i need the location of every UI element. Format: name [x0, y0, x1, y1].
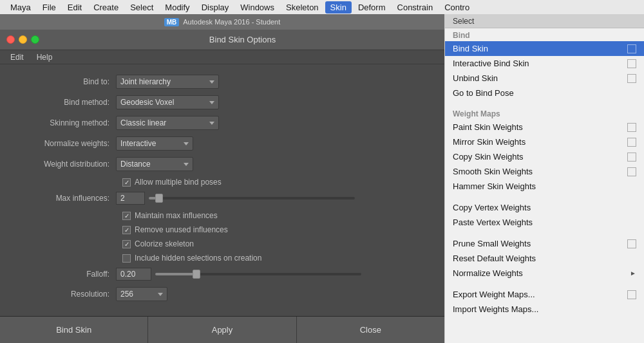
export-weight-maps-label: Export Weight Maps... — [453, 290, 535, 299]
bind-method-dropdown[interactable]: Geodesic Voxel — [116, 95, 219, 109]
weight-distribution-dropdown[interactable]: Distance — [116, 157, 193, 171]
menu-file[interactable]: File — [37, 1, 61, 14]
reset-default-weights-label: Reset Default Weights — [453, 254, 536, 263]
divider-4 — [445, 281, 644, 287]
menu-import-weights-maps[interactable]: Import Weights Maps... — [445, 302, 644, 317]
colorize-skeleton-checkbox[interactable] — [122, 240, 131, 248]
menu-copy-skin-weights[interactable]: Copy Skin Weights — [445, 149, 644, 164]
select-label: Select — [453, 17, 474, 26]
dialog-title: Bind Skin Options — [47, 35, 438, 44]
menu-paste-vertex-weights[interactable]: Paste Vertex Weights — [445, 215, 644, 230]
menu-create[interactable]: Create — [88, 1, 124, 14]
paint-skin-weights-icon — [627, 123, 636, 132]
smooth-skin-weights-label: Smooth Skin Weights — [453, 167, 533, 176]
resolution-dropdown[interactable]: 256 — [116, 287, 167, 301]
menu-unbind-skin[interactable]: Unbind Skin — [445, 71, 644, 86]
falloff-label: Falloff: — [13, 270, 116, 279]
skinning-method-dropdown[interactable]: Classic linear — [116, 116, 219, 130]
menu-paint-skin-weights[interactable]: Paint Skin Weights — [445, 120, 644, 134]
menu-prune-small-weights[interactable]: Prune Small Weights — [445, 236, 644, 251]
smooth-skin-weights-icon — [627, 167, 636, 176]
maximize-window-button[interactable] — [31, 35, 39, 44]
dialog-menu-edit[interactable]: Edit — [5, 51, 29, 63]
menu-bind-skin[interactable]: Bind Skin — [445, 41, 644, 56]
select-bar: Select — [445, 14, 644, 28]
prune-small-weights-icon — [627, 239, 636, 248]
resolution-row: Resolution: 256 — [13, 287, 431, 301]
apply-button[interactable]: Apply — [148, 317, 296, 343]
menu-maya[interactable]: Maya — [5, 1, 36, 14]
skinning-method-arrow-icon — [209, 122, 214, 125]
divider-3 — [445, 230, 644, 236]
minimize-window-button[interactable] — [19, 35, 27, 44]
menu-mirror-skin-weights[interactable]: Mirror Skin Weights — [445, 134, 644, 149]
falloff-slider[interactable] — [155, 273, 361, 275]
max-influences-input[interactable] — [116, 192, 145, 205]
bind-to-dropdown[interactable]: Joint hierarchy — [116, 75, 219, 89]
falloff-input[interactable] — [116, 268, 151, 281]
menu-hammer-skin-weights[interactable]: Hammer Skin Weights — [445, 179, 644, 194]
main-layout: MB Autodesk Maya 2016 - Student Bind Ski… — [0, 14, 644, 343]
menu-skin[interactable]: Skin — [325, 1, 352, 14]
include-hidden-label: Include hidden selections on creation — [135, 254, 261, 263]
allow-multiple-checkbox[interactable] — [122, 178, 131, 187]
normalize-weights-submenu-arrow-icon: ► — [630, 270, 636, 277]
autodesk-titlebar: MB Autodesk Maya 2016 - Student — [0, 14, 444, 30]
menu-export-weight-maps[interactable]: Export Weight Maps... — [445, 287, 644, 302]
bind-to-arrow-icon — [209, 80, 214, 84]
menu-select[interactable]: Select — [125, 1, 158, 14]
remove-unused-checkbox[interactable] — [122, 226, 131, 234]
dialog-menu-help[interactable]: Help — [32, 51, 58, 63]
weight-distribution-arrow-icon — [184, 163, 189, 166]
bind-to-label: Bind to: — [13, 77, 116, 86]
copy-skin-weights-icon — [627, 153, 636, 162]
dialog-content: Bind to: Joint hierarchy Bind method: Ge… — [0, 64, 444, 316]
bind-method-arrow-icon — [209, 101, 214, 104]
normalize-weights-dropdown[interactable]: Interactive — [116, 136, 193, 151]
weight-distribution-value: Distance — [120, 160, 151, 169]
menu-go-to-bind-pose[interactable]: Go to Bind Pose — [445, 86, 644, 100]
hammer-skin-weights-label: Hammer Skin Weights — [453, 181, 536, 191]
divider-2 — [445, 194, 644, 200]
window-controls — [6, 35, 39, 44]
normalize-weights-arrow-icon — [184, 142, 189, 145]
allow-multiple-row: Allow multiple bind poses — [13, 178, 431, 187]
menu-interactive-bind-skin[interactable]: Interactive Bind Skin — [445, 56, 644, 71]
bind-skin-options-dialog: MB Autodesk Maya 2016 - Student Bind Ski… — [0, 14, 444, 343]
resolution-label: Resolution: — [13, 290, 116, 299]
falloff-row: Falloff: — [13, 268, 431, 281]
autodesk-title: Autodesk Maya 2016 - Student — [183, 18, 280, 26]
interactive-bind-skin-label: Interactive Bind Skin — [453, 59, 529, 68]
close-window-button[interactable] — [6, 35, 15, 44]
mirror-skin-weights-icon — [627, 138, 636, 147]
bind-to-value: Joint hierarchy — [120, 77, 171, 86]
menu-normalize-weights[interactable]: Normalize Weights ► — [445, 266, 644, 281]
menu-smooth-skin-weights[interactable]: Smooth Skin Weights — [445, 164, 644, 179]
colorize-skeleton-label: Colorize skeleton — [135, 239, 194, 248]
menu-modify[interactable]: Modify — [160, 1, 194, 14]
skinning-method-control: Classic linear — [116, 116, 219, 130]
include-hidden-checkbox[interactable] — [122, 254, 131, 263]
menu-display[interactable]: Display — [196, 1, 234, 14]
normalize-weights-label: Normalize weights: — [13, 139, 116, 148]
bind-method-row: Bind method: Geodesic Voxel — [13, 95, 431, 109]
prune-small-weights-label: Prune Small Weights — [453, 239, 531, 248]
skinning-method-label: Skinning method: — [13, 118, 116, 127]
menu-skeleton[interactable]: Skeleton — [281, 1, 324, 14]
menu-edit[interactable]: Edit — [62, 1, 87, 14]
weight-distribution-label: Weight distribution: — [13, 160, 116, 169]
maintain-max-checkbox[interactable] — [122, 212, 131, 220]
menu-windows[interactable]: Windows — [235, 1, 279, 14]
bind-skin-button[interactable]: Bind Skin — [0, 317, 148, 343]
normalize-weights-control: Interactive — [116, 136, 193, 151]
menu-reset-default-weights[interactable]: Reset Default Weights — [445, 251, 644, 266]
menu-contro[interactable]: Contro — [439, 1, 475, 14]
max-influences-slider[interactable] — [149, 197, 355, 199]
menu-deform[interactable]: Deform — [353, 1, 391, 14]
menu-copy-vertex-weights[interactable]: Copy Vertex Weights — [445, 200, 644, 215]
resolution-value: 256 — [120, 290, 133, 299]
paste-vertex-weights-label: Paste Vertex Weights — [453, 218, 533, 227]
close-button[interactable]: Close — [297, 317, 444, 343]
menu-constrain[interactable]: Constrain — [392, 1, 439, 14]
max-influences-row: Max influences: — [13, 192, 431, 205]
